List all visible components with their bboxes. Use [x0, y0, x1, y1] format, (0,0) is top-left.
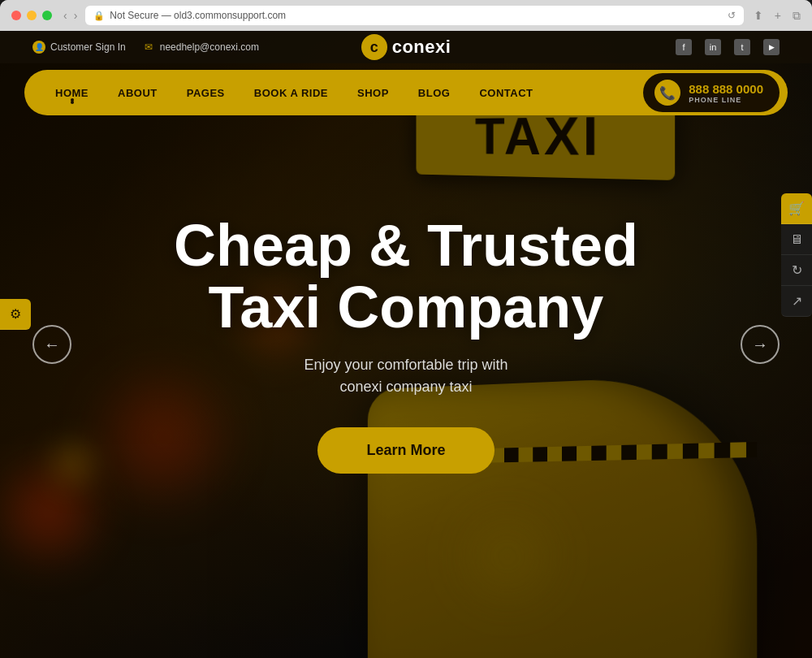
nav-phone-text: 888 888 0000 PHONE LINE [689, 82, 763, 104]
mail-icon: ✉ [142, 41, 155, 54]
logo-text: conexi [392, 37, 451, 58]
monitor-tool[interactable]: 🖥 [781, 224, 812, 255]
hero-subtitle: Enjoy your comfortable trip with conexi … [122, 354, 690, 398]
lock-icon: 🔒 [93, 11, 105, 21]
twitter-icon[interactable]: t [734, 39, 750, 55]
youtube-icon[interactable]: ▶ [763, 39, 780, 55]
nav-contact[interactable]: CONTACT [464, 80, 547, 106]
refresh-tool[interactable]: ↻ [781, 255, 812, 286]
top-bar: 👤 Customer Sign In ✉ needhelp@conexi.com… [0, 31, 812, 63]
facebook-icon[interactable]: f [676, 39, 692, 55]
social-icons: f in t ▶ [451, 39, 780, 55]
nav-shop[interactable]: SHOP [343, 80, 404, 106]
dot-close[interactable] [11, 11, 21, 20]
browser-back-button[interactable]: ‹ [63, 9, 67, 22]
user-icon: 👤 [32, 41, 45, 54]
nav-links: HOME ABOUT PAGES BOOK A RIDE SHOP BLOG C… [41, 80, 643, 106]
browser-titlebar: ‹ › 🔒 Not Secure — old3.commonsupport.co… [0, 0, 812, 31]
slider-prev-button[interactable]: ← [32, 325, 71, 364]
nav-home[interactable]: HOME [41, 80, 103, 106]
nav-pages[interactable]: PAGES [172, 80, 240, 106]
top-bar-left: 👤 Customer Sign In ✉ needhelp@conexi.com [32, 41, 361, 54]
phone-label: PHONE LINE [689, 96, 763, 104]
nav-about[interactable]: ABOUT [103, 80, 172, 106]
nav-bar: HOME ABOUT PAGES BOOK A RIDE SHOP BLOG C… [24, 70, 788, 115]
nav-phone[interactable]: 📞 888 888 0000 PHONE LINE [643, 73, 780, 112]
signin-label: Customer Sign In [50, 41, 126, 53]
address-text: Not Secure — old3.commonsupport.com [110, 10, 286, 21]
logo-icon: c [361, 34, 387, 60]
hero-title: Cheap & Trusted Taxi Company [122, 215, 690, 338]
learn-more-button[interactable]: Learn More [317, 427, 494, 474]
phone-icon: 📞 [654, 80, 680, 106]
email-label: needhelp@conexi.com [160, 41, 259, 53]
browser-nav-controls: ‹ › [63, 9, 77, 22]
nav-active-dot [71, 98, 74, 102]
hero-content: Cheap & Trusted Taxi Company Enjoy your … [122, 215, 690, 474]
dot-maximize[interactable] [42, 11, 52, 20]
share-browser-icon[interactable]: ⬆ [754, 9, 763, 23]
settings-tool[interactable]: ⚙ [0, 299, 31, 330]
side-tool-left: ⚙ [0, 299, 31, 330]
nav-book-ride[interactable]: BOOK A RIDE [240, 80, 343, 106]
signin-item[interactable]: 👤 Customer Sign In [32, 41, 126, 54]
email-item[interactable]: ✉ needhelp@conexi.com [142, 41, 259, 54]
browser-toolbar-actions: ⬆ + ⧉ [754, 9, 801, 23]
prev-arrow-icon: ← [44, 335, 60, 354]
share-tool[interactable]: ↗ [781, 286, 812, 317]
next-arrow-icon: → [752, 335, 768, 354]
phone-number: 888 888 0000 [689, 82, 763, 96]
browser-dots [11, 11, 52, 20]
nav-blog[interactable]: BLOG [404, 80, 465, 106]
browser-addressbar[interactable]: 🔒 Not Secure — old3.commonsupport.com ↺ [85, 6, 743, 25]
cart-tool[interactable]: 🛒 [781, 193, 812, 224]
reload-icon[interactable]: ↺ [728, 10, 736, 21]
new-tab-icon[interactable]: + [775, 9, 781, 23]
tabs-icon[interactable]: ⧉ [793, 9, 801, 23]
dot-minimize[interactable] [27, 11, 37, 20]
linkedin-icon[interactable]: in [705, 39, 721, 55]
logo[interactable]: c conexi [361, 34, 451, 60]
browser-content: TAXI 👤 Customer Sign In ✉ [0, 31, 812, 658]
browser-forward-button[interactable]: › [74, 9, 78, 22]
side-tools-right: 🛒 🖥 ↻ ↗ [781, 193, 812, 317]
slider-next-button[interactable]: → [741, 325, 780, 364]
browser-chrome: ‹ › 🔒 Not Secure — old3.commonsupport.co… [0, 0, 812, 658]
